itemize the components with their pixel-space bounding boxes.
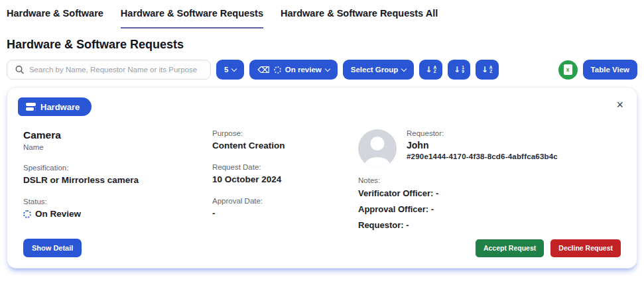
- page-size-dropdown[interactable]: 5: [216, 60, 244, 80]
- requestor-block: Requestor: John #290e1444-4170-4f38-8cd6…: [358, 129, 621, 168]
- status-spinner-icon: [23, 210, 31, 218]
- status-filter-dropdown[interactable]: ⌫ On review: [249, 60, 337, 80]
- tab-hardware-software-requests[interactable]: Hardware & Software Requests: [121, 8, 263, 29]
- note-verificator-officer: Verificator Officer: -: [358, 188, 621, 198]
- status-label: Status:: [23, 198, 212, 206]
- item-name-label: Name: [23, 143, 212, 151]
- category-badge-label: Hardware: [40, 102, 80, 112]
- purpose-value: Content Creation: [212, 141, 358, 150]
- category-badge: Hardware: [18, 97, 92, 116]
- sort-az-icon: A Z: [433, 66, 436, 74]
- sort-number-bottom: 9: [462, 70, 464, 74]
- notes-label: Notes:: [358, 176, 621, 184]
- sort-letter-bottom: Z: [433, 70, 436, 74]
- request-date-label: Request Date:: [212, 163, 358, 171]
- status-filter-value: On review: [285, 66, 322, 74]
- specification-value: DSLR or Mirrorless camera: [23, 175, 212, 185]
- decline-request-button[interactable]: Decline Request: [550, 239, 621, 257]
- card-column-right: Requestor: John #290e1444-4170-4f38-8cd6…: [358, 129, 621, 236]
- search-box[interactable]: [7, 60, 211, 80]
- export-excel-button[interactable]: x: [558, 60, 578, 80]
- toolbar-right: x Table View: [558, 60, 637, 80]
- card-column-left: Camera Name Spesification: DSLR or Mirro…: [23, 129, 212, 236]
- card-column-middle: Purpose: Content Creation Request Date: …: [212, 129, 358, 236]
- requestor-info: Requestor: John #290e1444-4170-4f38-8cd6…: [407, 129, 558, 168]
- field-purpose: Purpose: Content Creation: [212, 129, 358, 150]
- purpose-label: Purpose:: [212, 129, 358, 137]
- footer-actions: Accept Request Decline Request: [476, 239, 621, 257]
- search-input[interactable]: [29, 66, 202, 74]
- status-value: On Review: [35, 209, 81, 219]
- note-requestor: Requestor: -: [358, 220, 621, 230]
- excel-file-icon: x: [564, 64, 572, 75]
- clear-filter-icon[interactable]: ⌫: [257, 66, 269, 74]
- group-filter-value: Select Group: [351, 66, 399, 74]
- group-filter-dropdown[interactable]: Select Group: [343, 60, 415, 80]
- requestor-id: #290e1444-4170-4f38-8cd6-4abffca63b4c: [407, 152, 558, 160]
- sort-status-az-button[interactable]: ↓ A Z: [476, 60, 499, 80]
- request-card: Hardware × Camera Name Spesification: DS…: [7, 87, 637, 269]
- chevron-down-icon: [325, 66, 330, 71]
- field-status: Status: On Review: [23, 198, 212, 219]
- field-specification: Spesification: DSLR or Mirrorless camera: [23, 164, 212, 185]
- sort-arrow-down-icon: ↓: [482, 66, 488, 74]
- avatar: [358, 129, 397, 168]
- specification-label: Spesification:: [23, 164, 212, 172]
- show-detail-button[interactable]: Show Detail: [23, 239, 82, 257]
- chevron-down-icon: [231, 66, 237, 71]
- request-date-value: 10 October 2024: [212, 174, 358, 184]
- toolbar: 5 ⌫ On review Select Group ↓ A Z ↓ 1 9: [7, 60, 637, 80]
- requestor-label: Requestor:: [407, 129, 558, 137]
- page-size-value: 5: [224, 66, 228, 74]
- sort-arrow-down-icon: ↓: [454, 66, 460, 74]
- sort-letter-bottom: Z: [489, 70, 493, 74]
- search-icon: [15, 65, 24, 74]
- chevron-down-icon: [401, 66, 407, 71]
- item-name: Camera: [23, 129, 212, 141]
- sort-numeric-button[interactable]: ↓ 1 9: [448, 60, 470, 80]
- field-approval-date: Approval Date: -: [212, 197, 358, 218]
- card-header: Hardware ×: [18, 97, 626, 116]
- table-view-button[interactable]: Table View: [583, 60, 637, 80]
- notes-block: Notes: Verificator Officer: - Approval O…: [358, 176, 621, 230]
- card-footer: Show Detail Accept Request Decline Reque…: [18, 239, 626, 257]
- page: Hardware & Software Hardware & Software …: [0, 0, 644, 269]
- tab-hardware-software[interactable]: Hardware & Software: [7, 8, 103, 29]
- page-title: Hardware & Software Requests: [7, 38, 637, 52]
- sort-numeric-icon: 1 9: [462, 66, 464, 74]
- sort-az-icon: A Z: [489, 66, 493, 74]
- approval-date-value: -: [212, 208, 358, 218]
- close-icon[interactable]: ×: [613, 97, 626, 112]
- requestor-name: John: [407, 140, 558, 150]
- hardware-icon: [26, 103, 36, 111]
- field-request-date: Request Date: 10 October 2024: [212, 163, 358, 184]
- tab-bar: Hardware & Software Hardware & Software …: [7, 0, 637, 29]
- accept-request-button[interactable]: Accept Request: [476, 239, 544, 257]
- card-content: Camera Name Spesification: DSLR or Mirro…: [18, 129, 626, 236]
- approval-date-label: Approval Date:: [212, 197, 358, 205]
- tab-hardware-software-requests-all[interactable]: Hardware & Software Requests All: [281, 8, 438, 29]
- field-name: Camera Name: [23, 129, 212, 151]
- status-spinner-icon: [274, 66, 281, 74]
- note-approval-officer: Approval Officer: -: [358, 204, 621, 214]
- sort-name-az-button[interactable]: ↓ A Z: [419, 60, 442, 80]
- sort-arrow-down-icon: ↓: [425, 66, 432, 74]
